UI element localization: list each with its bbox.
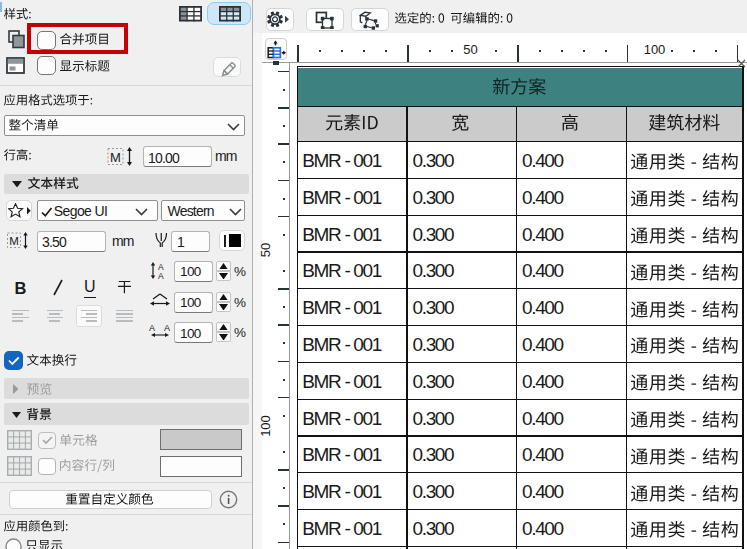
svg-text:A: A <box>164 323 170 333</box>
svg-text:M: M <box>110 149 121 164</box>
svg-text:A: A <box>158 271 164 279</box>
svg-text:M: M <box>9 235 19 247</box>
svg-text:A: A <box>149 323 155 333</box>
